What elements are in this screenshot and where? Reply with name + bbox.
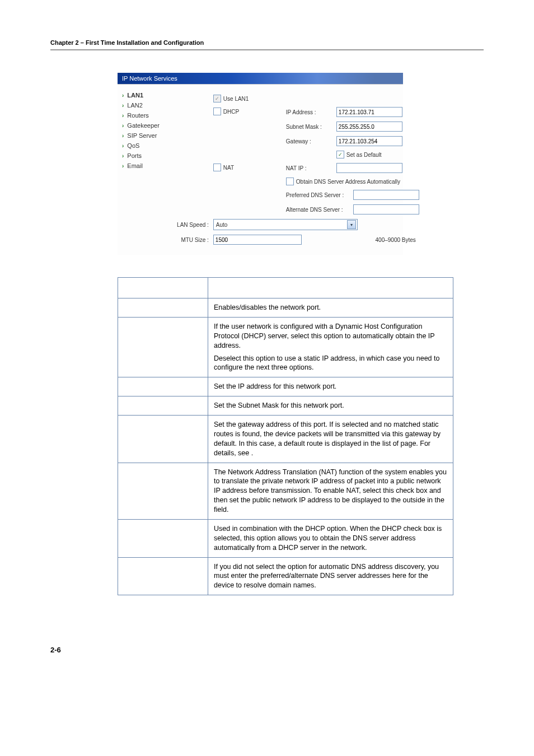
mtu-size-input[interactable] — [213, 235, 302, 245]
chevron-icon: › — [122, 102, 124, 109]
checkbox-icon — [213, 164, 221, 171]
alternate-dns-input[interactable] — [353, 204, 419, 214]
setting-desc-cell: If the user network is configured with a… — [208, 317, 453, 377]
setting-desc-cell: Enables/disables the network port. — [208, 298, 453, 318]
chevron-icon: › — [122, 143, 124, 149]
sidebar-item-ports[interactable]: ›Ports — [121, 151, 161, 161]
setting-desc-cell: Set the IP address for this network port… — [208, 377, 453, 396]
chevron-icon: › — [122, 133, 124, 139]
nat-ip-label: NAT IP : — [286, 165, 336, 171]
checkbox-icon — [286, 178, 294, 185]
sidebar-item-lan1[interactable]: ›LAN1 — [121, 90, 161, 100]
gateway-label: Gateway : — [286, 138, 336, 144]
preferred-dns-input[interactable] — [353, 190, 419, 200]
setting-desc-cell: The Network Address Translation (NAT) fu… — [208, 463, 453, 519]
sidebar-item-email[interactable]: ›Email — [121, 161, 161, 171]
table-row: Set the IP address for this network port… — [118, 377, 453, 396]
chevron-icon: › — [122, 123, 124, 129]
preferred-dns-label: Preferred DNS Server : — [286, 192, 353, 198]
table-row: The Network Address Translation (NAT) fu… — [118, 463, 453, 519]
table-row: Set the gateway address of this port. If… — [118, 416, 453, 463]
dhcp-checkbox[interactable]: DHCP — [213, 108, 239, 115]
nat-checkbox[interactable]: NAT — [213, 164, 234, 171]
sidebar-item-sip-server[interactable]: ›SIP Server — [121, 130, 161, 141]
lan-speed-label: LAN Speed : — [164, 222, 213, 228]
table-header-description — [208, 278, 453, 298]
chevron-icon: › — [122, 113, 124, 119]
window-title: IP Network Services — [118, 73, 403, 84]
setting-desc-cell: If you did not select the option for aut… — [208, 557, 453, 595]
setting-name-cell — [118, 463, 208, 519]
setting-name-cell — [118, 317, 208, 377]
table-header-setting — [118, 278, 208, 298]
ip-address-input[interactable] — [336, 107, 402, 117]
table-row: If the user network is configured with a… — [118, 317, 453, 377]
use-lan1-checkbox[interactable]: ✓Use LAN1 — [213, 95, 249, 102]
gateway-input[interactable] — [336, 136, 402, 146]
setting-name-cell — [118, 298, 208, 318]
settings-description-table: Enables/disables the network port. If th… — [118, 277, 453, 595]
chevron-down-icon: ▾ — [347, 220, 356, 229]
sidebar-item-gatekeeper[interactable]: ›Gatekeeper — [121, 120, 161, 130]
table-row: If you did not select the option for aut… — [118, 557, 453, 595]
alternate-dns-label: Alternate DNS Server : — [286, 207, 353, 213]
setting-name-cell — [118, 396, 208, 416]
page-number: 2-6 — [50, 646, 484, 654]
table-header-row — [118, 278, 453, 298]
sidebar-item-lan2[interactable]: ›LAN2 — [121, 100, 161, 110]
table-row: Set the Subnet Mask for this network por… — [118, 396, 453, 416]
setting-desc-cell: Set the gateway address of this port. If… — [208, 416, 453, 463]
table-row: Used in combination with the DHCP option… — [118, 519, 453, 557]
setting-name-cell — [118, 416, 208, 463]
mtu-size-hint: 400–9000 Bytes — [372, 237, 419, 243]
setting-desc-cell: Set the Subnet Mask for this network por… — [208, 396, 453, 416]
setting-name-cell — [118, 519, 208, 557]
lan1-settings-screenshot: IP Network Services ›LAN1 ›LAN2 ›Routers… — [118, 73, 403, 255]
sidebar-item-qos[interactable]: ›QoS — [121, 141, 161, 151]
ip-address-label: IP Address : — [286, 109, 336, 115]
set-as-default-checkbox[interactable]: ✓Set as Default — [336, 151, 382, 158]
setting-desc-cell: Used in combination with the DHCP option… — [208, 519, 453, 557]
mtu-size-label: MTU Size : — [164, 237, 213, 243]
table-row: Enables/disables the network port. — [118, 298, 453, 318]
sidebar: ›LAN1 ›LAN2 ›Routers ›Gatekeeper ›SIP Se… — [118, 85, 164, 255]
chevron-icon: › — [122, 153, 124, 159]
setting-name-cell — [118, 377, 208, 396]
lan1-form: ✓Use LAN1 DHCP IP Address : Subnet Mask … — [164, 85, 425, 255]
nat-ip-input[interactable] — [336, 163, 402, 173]
obtain-dns-auto-checkbox[interactable]: Obtain DNS Server Address Automatically — [286, 178, 400, 185]
setting-name-cell — [118, 557, 208, 595]
checkbox-icon: ✓ — [336, 151, 344, 158]
header-rule — [50, 49, 484, 50]
checkbox-icon: ✓ — [213, 95, 221, 102]
sidebar-item-routers[interactable]: ›Routers — [121, 110, 161, 120]
subnet-mask-label: Subnet Mask : — [286, 124, 336, 130]
chevron-icon: › — [122, 92, 124, 99]
chapter-header: Chapter 2 – First Time Installation and … — [50, 39, 484, 49]
subnet-mask-input[interactable] — [336, 122, 402, 132]
chevron-icon: › — [122, 163, 124, 169]
lan-speed-select[interactable]: Auto▾ — [213, 219, 358, 230]
checkbox-icon — [213, 108, 221, 115]
